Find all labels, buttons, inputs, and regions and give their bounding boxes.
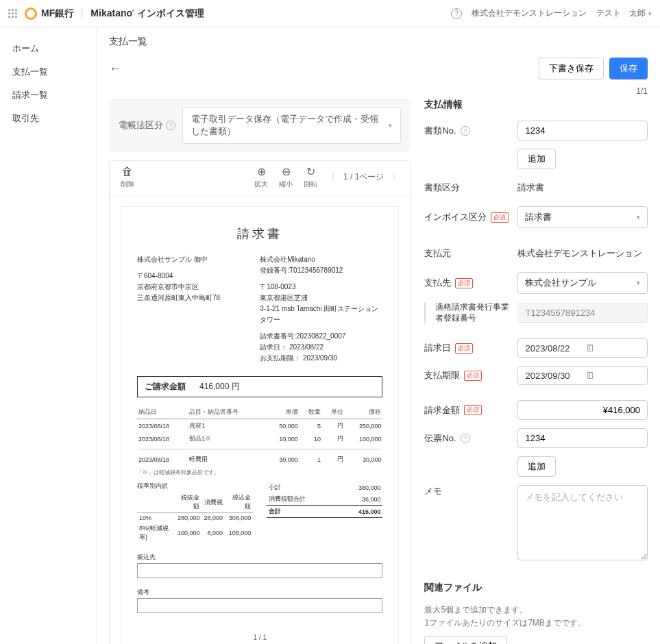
apps-menu-icon[interactable]: [8, 9, 18, 18]
doc-no-label: 書類No. ?: [424, 125, 513, 137]
brand-divider: │: [80, 8, 85, 18]
chevron-down-icon: ▾: [637, 214, 640, 221]
add-file-button[interactable]: ファイルを追加: [424, 636, 507, 644]
plus-circle-icon: ⊕: [257, 165, 266, 178]
bill-date-label: 請求日 必須: [424, 342, 513, 354]
invoice-type-label: インボイス区分 必須: [424, 211, 513, 223]
slip-no-input[interactable]: [517, 428, 648, 448]
slip-no-add-button[interactable]: 追加: [517, 456, 556, 477]
calendar-icon[interactable]: 🗓: [585, 343, 640, 354]
due-date-label: 支払期限 必須: [424, 369, 513, 382]
help-tooltip-icon[interactable]: ?: [461, 126, 470, 136]
payer-value: 株式会社デモンストレーション: [517, 243, 648, 264]
sidebar-item-home[interactable]: ホーム: [0, 37, 96, 60]
minus-circle-icon: ⊖: [282, 165, 291, 178]
files-heading: 関連ファイル: [424, 582, 648, 594]
next-page-button[interactable]: 〉: [389, 170, 403, 184]
payee-label: 支払先 必須: [424, 277, 513, 289]
calendar-icon[interactable]: 🗓: [585, 370, 640, 381]
save-button[interactable]: 保存: [609, 58, 648, 79]
sidebar-item-payments[interactable]: 支払一覧: [0, 60, 96, 84]
brand-logo-icon: [25, 8, 37, 20]
payee-select[interactable]: 株式会社サンプル▾: [517, 272, 648, 294]
chevron-down-icon: ▾: [648, 10, 652, 17]
doc-no-input[interactable]: [517, 121, 648, 140]
page-title: 支払一覧: [109, 36, 648, 48]
user-menu[interactable]: テスト 太郎▾: [596, 8, 652, 19]
doc-type-label: 書類区分: [424, 182, 513, 194]
page-count: 1/1: [109, 86, 648, 96]
classify-select[interactable]: 電子取引データ保存（電子データで作成・受領した書類）▾: [182, 107, 401, 144]
rotate-icon: ↻: [306, 165, 315, 178]
help-tooltip-icon[interactable]: ?: [461, 434, 470, 443]
back-arrow-icon[interactable]: ←: [109, 62, 121, 76]
due-date-input[interactable]: 2023/09/30🗓: [517, 366, 648, 385]
bill-date-input[interactable]: 2023/08/22🗓: [517, 338, 648, 358]
doc-type-value: 請求書: [517, 177, 648, 198]
reg-no-input: [517, 303, 648, 323]
doc-title: 請求書: [137, 225, 382, 242]
amount-input[interactable]: [517, 400, 648, 420]
memo-textarea[interactable]: [517, 485, 648, 560]
amount-label: 請求金額 必須: [424, 404, 513, 417]
brand-name: MF銀行: [41, 8, 74, 20]
help-icon[interactable]: ?: [451, 8, 462, 19]
invoice-type-select[interactable]: 請求書▾: [517, 206, 648, 228]
rotate-button[interactable]: ↻ 回転: [300, 165, 321, 189]
slip-no-label: 伝票No. ?: [424, 432, 513, 445]
info-heading: 支払情報: [424, 99, 648, 111]
memo-label: メモ: [424, 485, 513, 497]
delete-button[interactable]: 🗑 削除: [117, 166, 138, 189]
prev-page-button[interactable]: 〈: [324, 170, 338, 184]
classify-label: 電帳法区分 ?: [119, 119, 175, 132]
product-name: Mikatano▪ インボイス管理: [90, 8, 204, 20]
sidebar-item-partners[interactable]: 取引先: [0, 107, 96, 130]
company-name[interactable]: 株式会社デモンストレーション: [472, 8, 587, 19]
chevron-down-icon: ▾: [637, 280, 640, 286]
trash-icon: 🗑: [122, 166, 133, 178]
page-indicator: 1 / 1ページ: [343, 171, 384, 183]
draft-save-button[interactable]: 下書き保存: [539, 58, 604, 79]
payer-label: 支払元: [424, 247, 513, 260]
sidebar-item-billings[interactable]: 請求一覧: [0, 84, 96, 107]
chevron-down-icon: ▾: [389, 122, 392, 129]
files-hint: 最大5個まで追加できます。 1ファイルあたりのサイズは7MBまでです。: [424, 604, 648, 630]
document-preview: 請求書 株式会社サンプル 御中 〒604-8004 京都府京都市中京区 三条通河…: [121, 206, 399, 644]
reg-no-label: 適格請求書発行事業者登録番号: [424, 302, 513, 323]
help-tooltip-icon[interactable]: ?: [166, 121, 175, 130]
zoom-out-button[interactable]: ⊖ 縮小: [275, 165, 297, 189]
zoom-in-button[interactable]: ⊕ 拡大: [250, 165, 272, 189]
doc-no-add-button[interactable]: 追加: [517, 149, 556, 169]
